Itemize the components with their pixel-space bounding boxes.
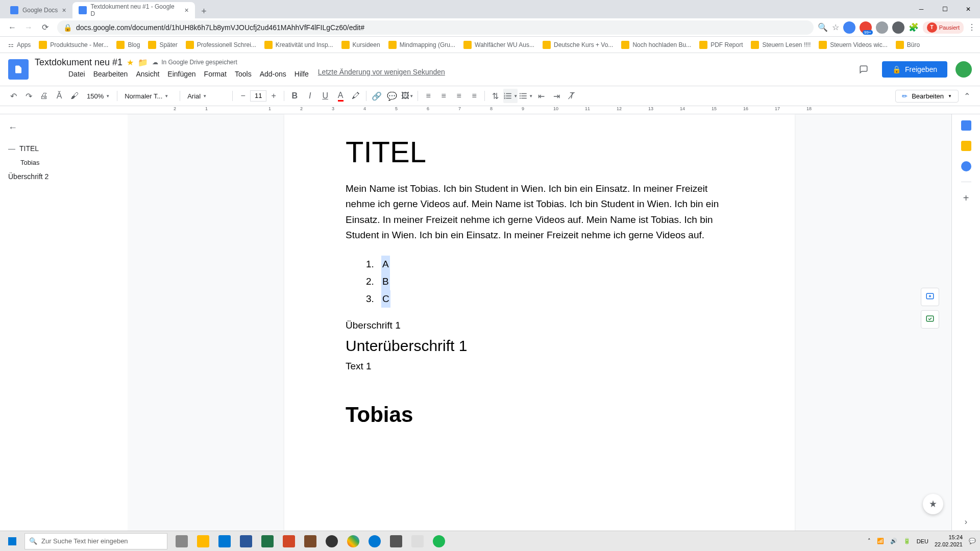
outline-item[interactable]: —TITEL [8, 141, 119, 156]
close-icon[interactable]: × [184, 6, 188, 14]
close-icon[interactable]: × [62, 6, 66, 14]
print-button[interactable]: 🖨 [37, 89, 51, 103]
bookmark-item[interactable]: Büro [892, 39, 924, 51]
tray-expand-icon[interactable]: ˄ [868, 538, 871, 544]
task-view-button[interactable] [172, 531, 192, 552]
document-title-h1[interactable]: TITEL [346, 135, 733, 169]
back-button[interactable]: ← [4, 19, 20, 36]
document-paragraph[interactable]: Mein Name ist Tobias. Ich bin Student in… [346, 181, 733, 243]
apps-button[interactable]: ⚏Apps [4, 39, 35, 51]
indent-increase-button[interactable]: ⇥ [549, 89, 564, 103]
zoom-select[interactable]: 150%▼ [83, 92, 114, 100]
menu-einfuegen[interactable]: Einfügen [164, 68, 199, 80]
star-icon[interactable]: ☆ [832, 22, 839, 32]
zoom-icon[interactable]: 🔍 [818, 22, 828, 32]
redo-button[interactable]: ↷ [21, 89, 36, 103]
bookmark-item[interactable]: Kreativität und Insp... [260, 39, 337, 51]
document-text[interactable]: Überschrift 1 [346, 320, 733, 331]
font-size-decrease[interactable]: − [236, 89, 250, 103]
move-icon[interactable]: 📁 [138, 58, 148, 67]
underline-button[interactable]: U [318, 89, 332, 103]
calendar-icon[interactable] [961, 120, 971, 131]
close-window-button[interactable]: ✕ [957, 0, 980, 18]
numbered-list-button[interactable]: ▼ [503, 89, 518, 103]
menu-format[interactable]: Format [201, 68, 230, 80]
bold-button[interactable]: B [287, 89, 302, 103]
menu-ansicht[interactable]: Ansicht [133, 68, 162, 80]
outline-item[interactable]: Überschrift 2 [8, 169, 119, 184]
maximize-button[interactable]: ☐ [933, 0, 957, 18]
paint-format-button[interactable]: 🖌 [67, 89, 82, 103]
windows-search[interactable]: 🔍 Zur Suche Text hier eingeben [24, 533, 167, 549]
notifications-icon[interactable]: 💬 [969, 538, 976, 544]
ruler[interactable]: 21123456789101112131415161718 [0, 106, 980, 114]
bookmark-item[interactable]: PDF Report [695, 39, 747, 51]
volume-icon[interactable]: 🔊 [890, 538, 897, 544]
user-avatar[interactable] [955, 61, 972, 78]
align-justify-button[interactable]: ≡ [467, 89, 481, 103]
align-right-button[interactable]: ≡ [452, 89, 466, 103]
extension-icon[interactable] [892, 21, 904, 34]
menu-bearbeiten[interactable]: Bearbeiten [90, 68, 131, 80]
italic-button[interactable]: I [303, 89, 317, 103]
font-size-input[interactable]: 11 [250, 90, 266, 102]
excel-icon[interactable] [257, 531, 278, 552]
spellcheck-button[interactable]: Ă [52, 89, 66, 103]
document-page[interactable]: TITEL Mein Name ist Tobias. Ich bin Stud… [284, 114, 795, 533]
indent-decrease-button[interactable]: ⇤ [534, 89, 548, 103]
suggest-edit-button[interactable] [921, 310, 939, 329]
profile-paused-badge[interactable]: T Pausiert [923, 21, 964, 34]
new-tab-button[interactable]: + [197, 4, 211, 18]
comments-button[interactable] [853, 59, 874, 80]
explorer-icon[interactable] [193, 531, 213, 552]
bookmark-item[interactable]: Wahlfächer WU Aus... [459, 39, 538, 51]
bookmark-item[interactable]: Mindmapping (Gru... [384, 39, 459, 51]
bookmark-item[interactable]: Später [144, 39, 181, 51]
document-text[interactable]: Text 1 [346, 361, 733, 372]
numbered-list[interactable]: 1.A 2.B 3.C [366, 256, 733, 308]
language-indicator[interactable]: DEU [917, 538, 928, 544]
star-icon[interactable]: ★ [127, 58, 134, 67]
document-h2[interactable]: Unterüberschrift 1 [346, 337, 733, 355]
document-h1[interactable]: Tobias [346, 403, 733, 427]
explore-button[interactable] [923, 494, 943, 514]
app-icon[interactable] [322, 531, 342, 552]
bookmark-item[interactable]: Steuern Lesen !!!! [747, 39, 815, 51]
align-left-button[interactable]: ≡ [421, 89, 435, 103]
docs-logo[interactable] [8, 59, 29, 80]
app-icon[interactable] [386, 531, 406, 552]
hide-panel-button[interactable]: › [965, 517, 967, 527]
align-center-button[interactable]: ≡ [436, 89, 451, 103]
bookmark-item[interactable]: Noch hochladen Bu... [617, 39, 695, 51]
word-icon[interactable] [236, 531, 256, 552]
powerpoint-icon[interactable] [279, 531, 299, 552]
collapse-toolbar-button[interactable]: ⌃ [960, 89, 974, 103]
bookmark-item[interactable]: Professionell Schrei... [182, 39, 260, 51]
keep-icon[interactable] [961, 141, 971, 151]
notepad-icon[interactable] [407, 531, 428, 552]
battery-icon[interactable]: 🔋 [903, 538, 911, 544]
browser-tab[interactable]: Google Docs × [4, 2, 72, 18]
menu-datei[interactable]: Datei [65, 68, 88, 80]
menu-addons[interactable]: Add-ons [257, 68, 289, 80]
outline-back-button[interactable]: ← [8, 122, 119, 133]
url-input[interactable]: 🔒 docs.google.com/document/d/1hUH8k6h7Lb… [57, 20, 814, 35]
extension-icon[interactable] [876, 21, 888, 34]
extensions-icon[interactable]: 🧩 [909, 22, 919, 32]
start-button[interactable] [0, 531, 24, 552]
bookmark-item[interactable]: Kursideen [337, 39, 384, 51]
menu-hilfe[interactable]: Hilfe [291, 68, 312, 80]
menu-icon[interactable]: ⋮ [968, 22, 976, 32]
menu-tools[interactable]: Tools [232, 68, 255, 80]
bookmark-item[interactable]: Deutsche Kurs + Vo... [538, 39, 617, 51]
bookmark-item[interactable]: Steuern Videos wic... [815, 39, 892, 51]
style-select[interactable]: Normaler T...▼ [120, 92, 177, 100]
spotify-icon[interactable] [429, 531, 449, 552]
image-button[interactable]: 🖼▼ [400, 89, 414, 103]
highlight-button[interactable]: 🖍 [349, 89, 363, 103]
outline-item[interactable]: Tobias [8, 156, 119, 169]
extension-icon[interactable]: 99+ [860, 21, 872, 34]
document-canvas[interactable]: TITEL Mein Name ist Tobias. Ich bin Stud… [128, 114, 951, 533]
edit-mode-select[interactable]: ✏ Bearbeiten ▼ [895, 90, 959, 103]
tasks-icon[interactable] [961, 161, 971, 171]
